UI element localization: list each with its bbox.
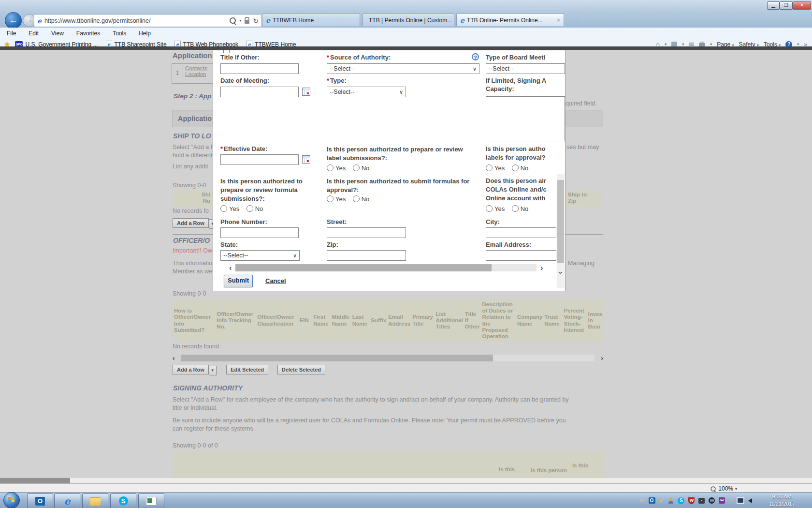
zoom-dropdown-icon[interactable]: ▾ — [735, 487, 737, 491]
tray-volume-icon[interactable] — [748, 498, 752, 503]
effective-date-label: *Effective Date: — [220, 145, 267, 152]
start-button[interactable] — [3, 492, 20, 508]
checkbox-fragment[interactable] — [223, 50, 230, 53]
menu-file[interactable]: File — [7, 30, 16, 37]
city-input[interactable] — [486, 227, 556, 238]
no-radio[interactable] — [512, 205, 519, 212]
date-of-meeting-input[interactable] — [220, 87, 299, 97]
scroll-thumb[interactable] — [557, 180, 564, 263]
scroll-left-icon[interactable]: ‹ — [227, 264, 234, 272]
taskbar-snipping-tool[interactable] — [138, 493, 164, 508]
yes-radio[interactable] — [327, 164, 334, 171]
tray-network-icon[interactable] — [737, 497, 744, 504]
board-meeting-select[interactable]: --Select-- — [486, 63, 565, 74]
tray-nuance-icon[interactable]: ✂ — [719, 497, 725, 504]
tray-skype-icon[interactable]: S — [678, 497, 684, 504]
state-select[interactable]: --Select--∨ — [220, 250, 300, 261]
scroll-thumb[interactable] — [0, 478, 70, 483]
source-of-authority-select[interactable]: --Select--∨ — [327, 63, 479, 74]
labels-approval-question-line1: Is this person autho — [486, 145, 546, 152]
tray-drive-icon[interactable]: ▪ — [698, 498, 705, 504]
calendar-icon[interactable] — [302, 88, 310, 96]
no-radio[interactable] — [353, 164, 360, 171]
required-field-note: quired field. — [566, 100, 604, 107]
yes-radio[interactable] — [486, 164, 493, 171]
submit-button[interactable]: Submit — [224, 275, 253, 287]
menu-favorites[interactable]: Favorites — [76, 30, 100, 37]
address-bar[interactable]: e https://www.ttbonline.gov/permitsonlin… — [34, 14, 262, 27]
edit-selected-button[interactable]: Edit Selected — [226, 365, 268, 374]
scroll-right-icon[interactable]: › — [538, 264, 546, 272]
tray-outlook-icon[interactable]: O — [649, 497, 655, 504]
add-row-dropdown-icon[interactable]: ▼ — [209, 366, 217, 375]
tray-swoosh-icon[interactable]: ~ — [729, 497, 733, 505]
tray-check-icon[interactable]: ✔ — [659, 497, 665, 505]
maximize-button[interactable]: ❐ — [780, 1, 793, 10]
tab-ttb-permits-online[interactable]: TTB | Permits Online | Custom... — [362, 14, 454, 26]
email-label: Email Address: — [486, 241, 531, 248]
no-radio[interactable] — [353, 195, 360, 202]
taskbar-file-explorer[interactable] — [82, 493, 108, 508]
scroll-down-icon[interactable]: › — [557, 268, 565, 278]
effective-date-input[interactable] — [220, 154, 299, 165]
street-input[interactable] — [327, 227, 406, 238]
scroll-left-icon[interactable]: ‹ — [173, 354, 175, 362]
menu-tools[interactable]: Tools — [113, 30, 126, 37]
col-header: List Additional Titles — [435, 311, 464, 330]
close-button[interactable]: × — [793, 1, 811, 10]
tab-ttb-online-permits[interactable]: e TTB Online- Permits Online... × — [456, 14, 564, 26]
col-header: Officer/Owner Info Tracking No. — [215, 311, 256, 330]
yes-radio[interactable] — [486, 205, 493, 212]
menu-help[interactable]: Help — [139, 30, 151, 37]
no-radio[interactable] — [512, 164, 519, 171]
search-dropdown-icon[interactable]: ▾ — [239, 18, 241, 23]
signing-capacity-textarea[interactable] — [486, 96, 565, 141]
yes-radio[interactable] — [220, 205, 227, 212]
tray-vortex-icon[interactable]: ◎ — [709, 497, 715, 504]
formula-submit-question: Is this person authorized to submit form… — [327, 177, 482, 194]
tray-user-icon[interactable] — [668, 498, 674, 504]
minimize-button[interactable]: ▁ — [767, 1, 780, 10]
calendar-icon[interactable] — [302, 155, 310, 164]
officer-hscrollbar[interactable]: ‹ › — [173, 354, 603, 362]
help-icon[interactable]: ? — [472, 53, 479, 60]
lock-icon — [245, 20, 249, 24]
contacts-link[interactable]: Contacts — [185, 65, 207, 71]
taskbar-clock[interactable]: 9:00 AM 11/21/2017 — [756, 493, 807, 508]
page-hscrollbar[interactable] — [0, 478, 812, 483]
add-row-button[interactable]: Add a Row — [173, 365, 209, 374]
type-select[interactable]: --Select--∨ — [327, 87, 406, 97]
zoom-control[interactable]: 100% ▾ — [710, 485, 737, 492]
tab-ttbweb-home[interactable]: e TTBWEB Home — [262, 14, 360, 26]
phone-input[interactable] — [220, 227, 299, 238]
taskbar-outlook[interactable]: O — [27, 493, 53, 508]
title-if-other-input[interactable] — [220, 63, 299, 74]
board-meeting-label: Type of Board Meeti — [486, 54, 545, 61]
taskbar-internet-explorer[interactable]: e — [54, 493, 80, 508]
cancel-link[interactable]: Cancel — [265, 277, 286, 284]
dialog-hscrollbar[interactable]: ‹ › — [213, 264, 556, 272]
zip-input[interactable] — [327, 250, 406, 261]
back-button[interactable]: ← — [5, 12, 22, 29]
scroll-thumb[interactable] — [181, 355, 493, 361]
yes-radio[interactable] — [327, 195, 334, 202]
scroll-thumb[interactable] — [235, 264, 492, 271]
delete-selected-button[interactable]: Delete Selected — [277, 365, 325, 374]
col-header: EIN — [299, 317, 313, 324]
officer-text-right: Managing — [568, 260, 603, 267]
tab3-close-icon[interactable]: × — [557, 17, 560, 24]
location-link[interactable]: Location — [185, 71, 207, 77]
tray-mail-icon[interactable]: ✉ — [639, 497, 645, 505]
menu-view[interactable]: View — [51, 30, 64, 37]
no-radio[interactable] — [246, 205, 253, 212]
taskbar-skype[interactable]: S — [110, 493, 136, 508]
add-row-button-top[interactable]: Add a Row▼ — [173, 218, 217, 229]
menu-edit[interactable]: Edit — [29, 30, 39, 37]
refresh-icon[interactable]: ↻ — [253, 17, 259, 25]
dialog-vscrollbar[interactable]: › — [557, 174, 565, 288]
email-input[interactable] — [486, 250, 556, 261]
labels-approval-question-line2: labels for approval? — [486, 154, 546, 161]
scroll-right-icon[interactable]: › — [601, 354, 603, 362]
search-icon[interactable] — [230, 17, 236, 24]
tray-mcafee-icon[interactable]: W — [688, 497, 695, 504]
